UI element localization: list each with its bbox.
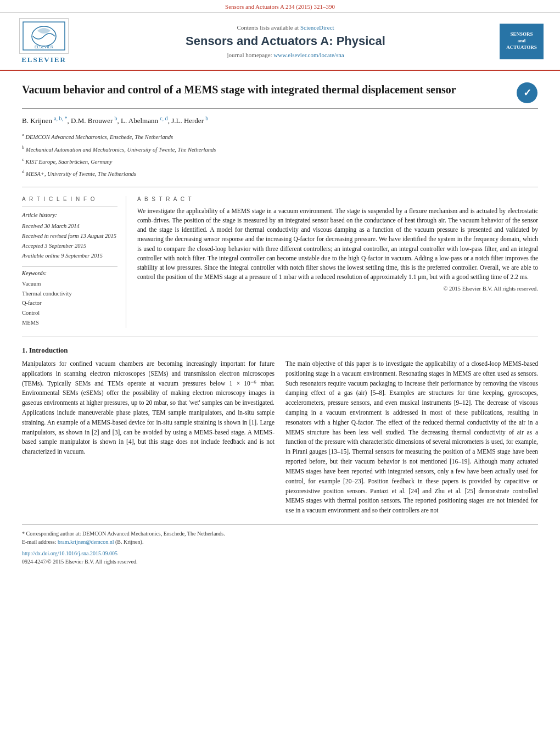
affiliations: a DEMCON Advanced Mechatronics, Enschede… bbox=[22, 131, 538, 187]
journal-header: ELSEVIER ELSEVIER Contents lists availab… bbox=[0, 13, 560, 71]
doi-link[interactable]: http://dx.doi.org/10.1016/j.sna.2015.09.… bbox=[22, 550, 117, 556]
affiliation-c: c KIST Europe, Saarbrücken, Germany bbox=[22, 155, 538, 166]
history-title: Article history: bbox=[22, 210, 117, 220]
copyright-line: © 2015 Elsevier B.V. All rights reserved… bbox=[137, 286, 538, 292]
article-history: Article history: Received 30 March 2014 … bbox=[22, 207, 117, 261]
footnote-email-line: E-mail address: bram.krijnen@demcon.nl (… bbox=[22, 538, 538, 546]
email-link[interactable]: bram.krijnen@demcon.nl bbox=[58, 539, 114, 545]
keyword-mems: MEMS bbox=[22, 318, 117, 328]
intro-para2: The main objective of this paper is to i… bbox=[285, 359, 538, 516]
journal-info: Contents lists available at ScienceDirec… bbox=[71, 24, 500, 58]
footnote-section: * Corresponding author at: DEMCON Advanc… bbox=[22, 525, 538, 566]
crossmark-icon: ✓ bbox=[517, 82, 537, 103]
crossmark-badge[interactable]: ✓ bbox=[516, 82, 538, 104]
contents-available: Contents lists available at ScienceDirec… bbox=[82, 24, 489, 31]
title-section: Vacuum behavior and control of a MEMS st… bbox=[22, 82, 538, 109]
affiliation-a: a DEMCON Advanced Mechatronics, Enschede… bbox=[22, 131, 538, 142]
citation-text: Sensors and Actuators A 234 (2015) 321–3… bbox=[225, 3, 335, 10]
received-date: Received 30 March 2014 bbox=[22, 221, 117, 231]
svg-text:ELSEVIER: ELSEVIER bbox=[35, 45, 53, 49]
abstract-text: We investigate the applicability of a ME… bbox=[137, 207, 538, 282]
affiliation-d: d MESA+, University of Twente, The Nethe… bbox=[22, 168, 538, 178]
affiliation-b: b Mechanical Automation and Mechatronics… bbox=[22, 143, 538, 154]
abstract-heading: A B S T R A C T bbox=[137, 196, 538, 202]
sensors-actuators-logo: SENSORSandACTUATORS bbox=[500, 24, 544, 59]
intro-col-left: Manipulators for confined vacuum chamber… bbox=[22, 359, 275, 516]
article-info-heading: A R T I C L E I N F O bbox=[22, 196, 117, 202]
keyword-thermal: Thermal conductivity bbox=[22, 289, 117, 299]
keyword-qfactor: Q-factor bbox=[22, 298, 117, 308]
paper-title: Vacuum behavior and control of a MEMS st… bbox=[22, 82, 516, 97]
doi-line: http://dx.doi.org/10.1016/j.sna.2015.09.… bbox=[22, 549, 538, 557]
abstract-section: A B S T R A C T We investigate the appli… bbox=[137, 196, 538, 328]
authors-line: B. Krijnen a, b, *, D.M. Brouwer b, L. A… bbox=[22, 115, 538, 125]
keyword-vacuum: Vacuum bbox=[22, 279, 117, 289]
section1-heading: 1. Introduction bbox=[22, 346, 538, 355]
paper-content: Vacuum behavior and control of a MEMS st… bbox=[0, 71, 560, 577]
issn-line: 0924-4247/© 2015 Elsevier B.V. All right… bbox=[22, 557, 538, 566]
footnote-corresponding: * Corresponding author at: DEMCON Advanc… bbox=[22, 529, 538, 538]
introduction-section: 1. Introduction Manipulators for confine… bbox=[22, 346, 538, 516]
divider bbox=[22, 337, 538, 337]
sciencedirect-link[interactable]: ScienceDirect bbox=[300, 24, 334, 31]
revised-date: Received in revised form 13 August 2015 bbox=[22, 231, 117, 241]
available-online-date: Available online 9 September 2015 bbox=[22, 251, 117, 261]
accepted-date: Accepted 3 September 2015 bbox=[22, 241, 117, 251]
homepage-link[interactable]: www.elsevier.com/locate/sna bbox=[273, 52, 344, 58]
keywords-list: Vacuum Thermal conductivity Q-factor Con… bbox=[22, 279, 117, 328]
elsevier-logo: ELSEVIER ELSEVIER bbox=[16, 18, 71, 64]
citation-bar: Sensors and Actuators A 234 (2015) 321–3… bbox=[0, 0, 560, 13]
keyword-control: Control bbox=[22, 308, 117, 318]
email-label: E-mail address: bbox=[22, 539, 56, 545]
journal-title: Sensors and Actuators A: Physical bbox=[82, 34, 489, 48]
intro-col-right: The main objective of this paper is to i… bbox=[285, 359, 538, 516]
keywords-title: Keywords: bbox=[22, 270, 117, 276]
journal-homepage: journal homepage: www.elsevier.com/locat… bbox=[82, 52, 489, 58]
article-info-panel: A R T I C L E I N F O Article history: R… bbox=[22, 196, 126, 328]
elsevier-logo-image: ELSEVIER bbox=[19, 18, 69, 54]
intro-body: Manipulators for confined vacuum chamber… bbox=[22, 359, 538, 516]
intro-para1: Manipulators for confined vacuum chamber… bbox=[22, 359, 275, 457]
keywords-section: Keywords: Vacuum Thermal conductivity Q-… bbox=[22, 266, 117, 328]
elsevier-brand: ELSEVIER bbox=[21, 55, 66, 64]
email-suffix: (B. Krijnen). bbox=[115, 539, 143, 545]
info-abstract-section: A R T I C L E I N F O Article history: R… bbox=[22, 196, 538, 328]
